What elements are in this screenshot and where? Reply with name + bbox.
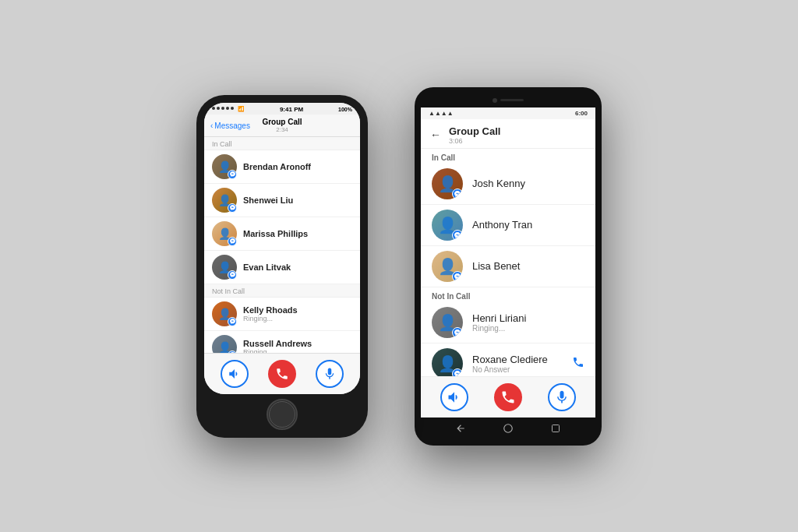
contact-name: Evan Litvak xyxy=(243,262,352,272)
iphone-in-call-header: In Call xyxy=(204,137,360,150)
android-nav-title-group: Group Call 3:06 xyxy=(449,125,500,145)
android-back-button[interactable]: ← xyxy=(430,129,441,141)
contact-status: No Answer xyxy=(472,365,572,374)
contact-info: Evan Litvak xyxy=(243,262,352,272)
contact-name: Anthony Tran xyxy=(472,219,584,231)
svg-point-0 xyxy=(504,424,513,432)
messenger-badge xyxy=(228,270,237,280)
avatar: 👤 xyxy=(432,210,463,241)
list-item: 👤 Anthony Tran xyxy=(421,205,595,246)
android-speaker xyxy=(500,99,524,101)
avatar: 👤 xyxy=(432,168,463,199)
android-recents-nav[interactable] xyxy=(549,421,563,435)
messenger-badge xyxy=(228,203,237,213)
list-item: 👤 Evan Litvak xyxy=(204,251,360,284)
contact-name: Shenwei Liu xyxy=(243,196,352,205)
list-item: 👤 Shenwei Liu xyxy=(204,184,360,217)
messenger-badge xyxy=(452,327,463,338)
iphone-content: In Call 👤 Brendan Aronoff 👤 xyxy=(204,137,360,353)
avatar-wrap: 👤 xyxy=(212,301,237,326)
end-call-button[interactable] xyxy=(494,383,522,411)
android-nav-buttons xyxy=(421,417,595,439)
iphone-battery: 100% xyxy=(338,107,352,112)
contact-name: Marissa Phillips xyxy=(243,229,352,238)
messenger-badge xyxy=(452,271,463,282)
android-not-in-call-header: Not In Call xyxy=(421,287,595,302)
mute-button[interactable] xyxy=(316,360,344,388)
contact-name: Josh Kenny xyxy=(472,178,584,189)
contact-info: Russell Andrews Ringing... xyxy=(243,339,352,353)
messenger-badge xyxy=(228,317,237,326)
iphone-signal: 📶 xyxy=(212,106,245,112)
avatar: 👤 xyxy=(432,251,463,282)
avatar-wrap: 👤 xyxy=(212,335,237,353)
avatar: 👤 xyxy=(432,348,463,376)
messenger-badge xyxy=(452,368,463,376)
contact-status: Ringing... xyxy=(243,315,352,322)
list-item: 👤 Roxane Clediere No Answer xyxy=(421,344,595,376)
avatar-wrap: 👤 xyxy=(212,221,237,246)
android-in-call-header: In Call xyxy=(421,149,595,164)
messenger-badge xyxy=(452,188,463,199)
android-top xyxy=(421,93,595,107)
contact-name: Roxane Clediere xyxy=(472,354,572,365)
android-signal-icon: ▲▲▲▲ xyxy=(429,110,454,117)
android-nav: ← Group Call 3:06 xyxy=(421,119,595,149)
iphone-device: 📶 9:41 PM 100% ‹ Messages Group Call 2:3… xyxy=(196,95,368,438)
list-item: 👤 Lisa Benet xyxy=(421,246,595,287)
scene: 📶 9:41 PM 100% ‹ Messages Group Call 2:3… xyxy=(0,0,798,532)
contact-name: Brendan Aronoff xyxy=(243,162,352,171)
avatar-wrap: 👤 xyxy=(212,188,237,213)
list-item: 👤 Henri Liriani Ringing... xyxy=(421,302,595,344)
android-status-bar: ▲▲▲▲ 6:00 xyxy=(421,107,595,119)
contact-info: Lisa Benet xyxy=(472,260,584,272)
speaker-button[interactable] xyxy=(221,360,249,388)
contact-info: Josh Kenny xyxy=(472,178,584,189)
android-time: 6:00 xyxy=(575,110,588,117)
android-camera xyxy=(493,98,497,103)
android-content: In Call 👤 Josh Kenny 👤 xyxy=(421,149,595,376)
iphone-back-label: Messages xyxy=(214,121,250,129)
contact-name: Russell Andrews xyxy=(243,339,352,348)
iphone-home-button[interactable] xyxy=(267,399,298,430)
android-call-controls xyxy=(421,376,595,417)
speaker-button[interactable] xyxy=(440,383,468,411)
avatar: 👤 xyxy=(432,307,463,338)
messenger-badge xyxy=(228,170,237,179)
messenger-badge xyxy=(452,230,463,241)
contact-info: Marissa Phillips xyxy=(243,229,352,238)
call-icon[interactable] xyxy=(572,356,584,372)
contact-info: Shenwei Liu xyxy=(243,196,352,205)
android-nav-subtitle: 3:06 xyxy=(449,137,500,145)
contact-status: Ringing... xyxy=(472,324,584,333)
android-device: ▲▲▲▲ 6:00 ← Group Call 3:06 In Call 👤 xyxy=(415,87,602,446)
list-item: 👤 Kelly Rhoads Ringing... xyxy=(204,298,360,331)
iphone-status-bar: 📶 9:41 PM 100% xyxy=(204,103,360,115)
avatar: 👤 xyxy=(212,335,237,353)
list-item: 👤 Brendan Aronoff xyxy=(204,150,360,184)
android-home-nav[interactable] xyxy=(501,421,515,435)
list-item: 👤 Russell Andrews Ringing... xyxy=(204,331,360,353)
iphone-not-in-call-header: Not In Call xyxy=(204,284,360,298)
list-item: 👤 Josh Kenny xyxy=(421,164,595,205)
avatar-wrap: 👤 xyxy=(212,154,237,179)
svg-rect-1 xyxy=(553,425,560,432)
iphone-nav: ‹ Messages Group Call 2:34 xyxy=(204,115,360,137)
iphone-back-button[interactable]: ‹ Messages xyxy=(210,121,250,129)
avatar-wrap: 👤 xyxy=(212,255,237,280)
contact-name: Lisa Benet xyxy=(472,260,584,272)
mute-button[interactable] xyxy=(548,383,576,411)
android-screen: ▲▲▲▲ 6:00 ← Group Call 3:06 In Call 👤 xyxy=(421,107,595,417)
iphone-call-controls xyxy=(204,353,360,394)
contact-info: Roxane Clediere No Answer xyxy=(472,354,572,374)
list-item: 👤 Marissa Phillips xyxy=(204,217,360,251)
android-back-nav[interactable] xyxy=(454,421,468,435)
contact-info: Anthony Tran xyxy=(472,219,584,231)
contact-name: Kelly Rhoads xyxy=(243,305,352,315)
contact-info: Brendan Aronoff xyxy=(243,162,352,171)
iphone-time: 9:41 PM xyxy=(280,106,303,113)
iphone-screen: 📶 9:41 PM 100% ‹ Messages Group Call 2:3… xyxy=(204,103,360,394)
contact-info: Kelly Rhoads Ringing... xyxy=(243,305,352,322)
contact-name: Henri Liriani xyxy=(472,312,584,324)
end-call-button[interactable] xyxy=(268,360,296,388)
